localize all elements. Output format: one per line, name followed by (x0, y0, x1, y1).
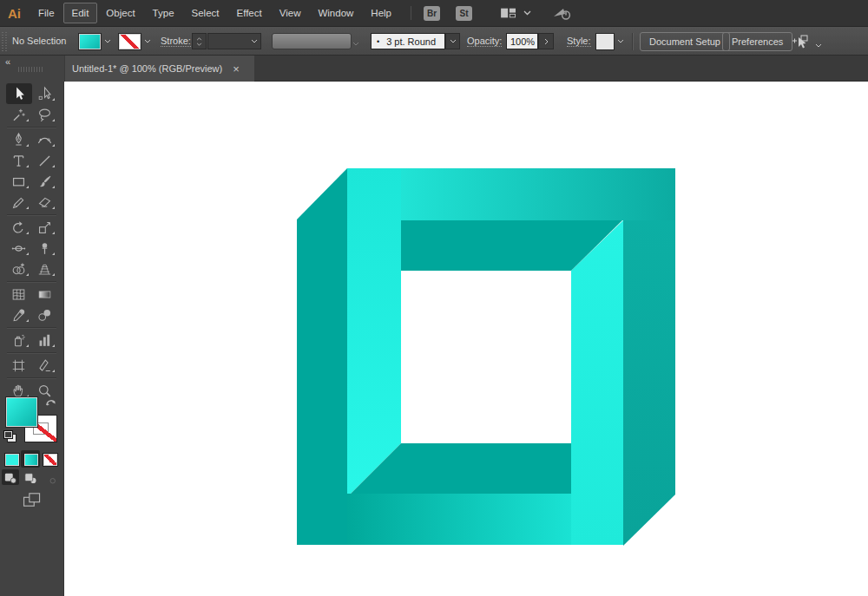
paintbrush-tool[interactable] (32, 171, 58, 192)
collapse-panel-icon[interactable]: « (5, 56, 10, 67)
stroke-panel-link[interactable]: Stroke: (161, 36, 191, 47)
tool-group-separator (7, 127, 56, 128)
fill-color-swatch[interactable] (78, 33, 102, 50)
wand-icon (10, 107, 27, 123)
draw-inside-button[interactable] (41, 469, 58, 485)
line-segment-tool[interactable] (32, 150, 58, 171)
chevron-down-icon[interactable] (815, 39, 822, 49)
eraser-icon (36, 194, 53, 211)
opacity-panel-link[interactable]: Opacity: (467, 36, 502, 47)
style-panel-link[interactable]: Style: (567, 36, 591, 47)
preferences-button[interactable]: Preferences (722, 32, 792, 51)
stroke-weight-stepper[interactable] (192, 33, 207, 49)
stock-badge[interactable]: St (456, 6, 472, 21)
curvature-icon (36, 132, 53, 148)
draw-normal-button[interactable] (2, 469, 19, 485)
pencil-tool[interactable] (6, 192, 32, 213)
selection-tool[interactable] (6, 83, 32, 104)
type-tool[interactable] (6, 150, 32, 171)
tool-group-separator (7, 352, 56, 353)
mesh-icon (10, 286, 27, 303)
menu-item-effect[interactable]: Effect (228, 3, 271, 23)
menu-item-select[interactable]: Select (183, 3, 228, 23)
swap-fill-stroke-icon[interactable] (45, 396, 57, 411)
close-tab-icon[interactable]: × (233, 63, 240, 75)
gpu-performance-icon[interactable] (552, 4, 573, 22)
toolbar-header: « (0, 56, 64, 82)
eyedropper-tool[interactable] (6, 305, 32, 325)
menu-item-edit[interactable]: Edit (63, 3, 98, 23)
align-options-icon[interactable] (791, 34, 813, 52)
tool-group-separator (7, 214, 56, 215)
rotate-tool[interactable] (6, 217, 32, 238)
artboard-tool[interactable] (6, 355, 32, 376)
sprayer-icon (10, 332, 27, 349)
bridge-badge[interactable]: Br (424, 6, 440, 21)
gradient-button[interactable] (21, 450, 40, 468)
left-side-face[interactable] (297, 168, 347, 545)
chevron-down-icon (352, 37, 359, 48)
chevron-right-icon (544, 38, 549, 45)
opacity-arrow-button[interactable] (538, 33, 554, 49)
lasso-tool[interactable] (32, 104, 58, 125)
panel-grip[interactable] (2, 30, 8, 51)
menu-item-help[interactable]: Help (362, 3, 400, 23)
blend-tool[interactable] (32, 305, 58, 325)
shape-builder-tool[interactable] (6, 259, 32, 279)
direct-selection-tool[interactable] (32, 83, 58, 104)
scale-icon (36, 219, 53, 236)
pen-tool[interactable] (6, 129, 32, 150)
document-setup-button[interactable]: Document Setup (640, 32, 730, 51)
graphic-style-control[interactable] (595, 33, 627, 49)
gradient-tool[interactable] (32, 284, 58, 305)
workspace-switcher-icon[interactable] (498, 6, 531, 20)
column-graph-tool[interactable] (32, 330, 58, 350)
color-button[interactable] (2, 450, 21, 468)
mesh-tool[interactable] (6, 284, 32, 305)
slice-tool[interactable] (32, 355, 58, 376)
curvature-tool[interactable] (32, 129, 58, 150)
eraser-tool[interactable] (32, 192, 58, 213)
magic-wand-tool[interactable] (6, 104, 32, 125)
chevron-down-icon[interactable] (615, 33, 627, 49)
graphic-style-swatch[interactable] (595, 33, 615, 50)
menu-item-object[interactable]: Object (97, 3, 143, 23)
toolbar-grip[interactable] (18, 67, 43, 72)
stroke-weight-select[interactable] (207, 33, 261, 49)
hole-right-wall[interactable] (571, 220, 623, 545)
brush-definition-select[interactable]: • 3 pt. Round (371, 33, 445, 49)
slice-icon (36, 357, 53, 374)
right-beam-face[interactable] (623, 220, 675, 546)
fill-color-control[interactable] (78, 33, 114, 49)
rectangle-tool[interactable] (6, 171, 32, 192)
artboard-canvas[interactable] (64, 82, 868, 596)
menu-item-file[interactable]: File (30, 3, 63, 23)
draw-behind-button[interactable] (22, 469, 39, 485)
none-button[interactable] (40, 450, 59, 468)
opacity-input[interactable]: 100% (506, 33, 538, 49)
symbol-sprayer-tool[interactable] (6, 330, 32, 350)
selection-status: No Selection (12, 36, 66, 46)
line-icon (36, 153, 53, 169)
fill-swatch[interactable] (6, 397, 37, 427)
scale-tool[interactable] (32, 217, 58, 238)
default-fill-stroke-icon[interactable] (3, 430, 16, 442)
menu-bar: Ai FileEditObjectTypeSelectEffectViewWin… (0, 0, 868, 26)
puppet-warp-tool[interactable] (32, 238, 58, 259)
stroke-none-swatch[interactable] (118, 33, 141, 50)
brush-definition-chevron[interactable] (445, 33, 460, 49)
left-arm-face[interactable] (347, 168, 401, 494)
eyedropper-icon (10, 307, 27, 324)
document-tab[interactable]: Untitled-1* @ 100% (RGB/Preview) × (65, 56, 254, 82)
chevron-down-icon[interactable] (248, 33, 260, 49)
chevron-down-icon[interactable] (102, 33, 114, 49)
menu-item-type[interactable]: Type (144, 3, 183, 23)
change-screen-mode-button[interactable] (21, 491, 43, 508)
menu-item-view[interactable]: View (271, 3, 310, 23)
chevron-down-icon[interactable] (141, 33, 154, 49)
width-tool[interactable] (6, 238, 32, 259)
chevron-up-icon (196, 37, 202, 41)
stroke-color-control[interactable] (118, 33, 154, 49)
menu-item-window[interactable]: Window (309, 3, 362, 23)
perspective-grid-tool[interactable] (32, 259, 58, 279)
